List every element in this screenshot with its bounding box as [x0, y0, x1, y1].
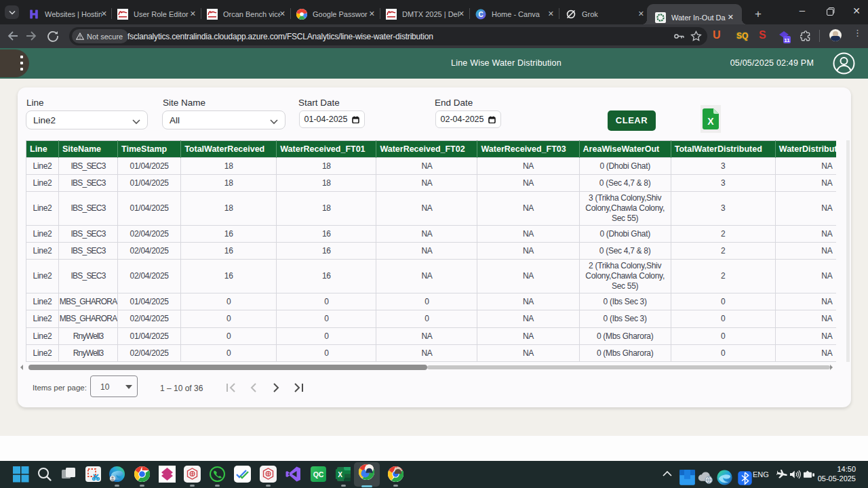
svg-text:11: 11: [784, 37, 790, 43]
svg-text:C: C: [478, 11, 483, 18]
svg-text:X: X: [338, 471, 342, 479]
svg-text:QC: QC: [313, 470, 324, 479]
svg-text:X: X: [707, 116, 714, 127]
